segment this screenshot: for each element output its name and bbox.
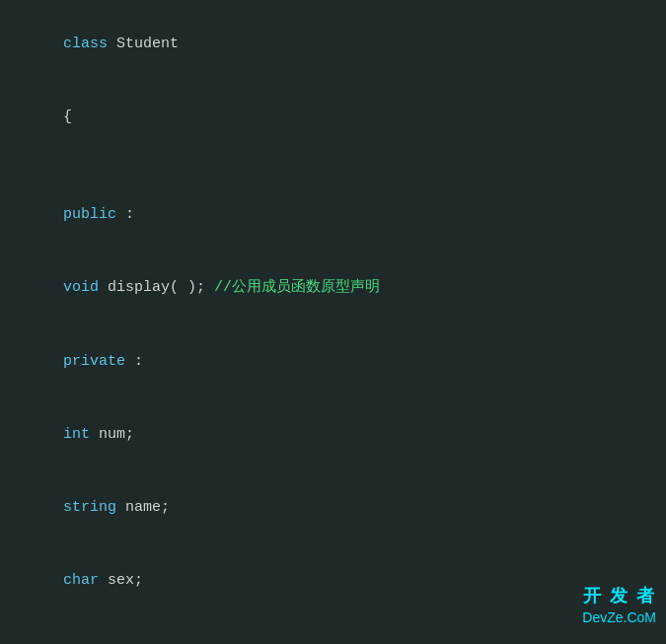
keyword: string	[63, 499, 116, 516]
keyword: char	[63, 572, 99, 589]
code-line: private :	[10, 325, 656, 398]
keyword: class	[63, 36, 108, 52]
code-line: void display( ); //公用成员函数原型声明	[10, 252, 656, 325]
code-text: name;	[116, 499, 170, 516]
keyword: int	[63, 426, 90, 443]
code-line: //以上3行是私有数据成员	[10, 618, 656, 644]
watermark: 开 发 者 DevZe.CoM	[582, 585, 656, 626]
code-content: class Student { public : void display( )…	[10, 8, 656, 644]
code-text: sex;	[99, 572, 143, 589]
code-line: public :	[10, 179, 656, 251]
watermark-chinese: 开 发 者	[582, 585, 656, 608]
keyword: private	[63, 353, 125, 370]
code-line: {	[10, 81, 656, 154]
code-line: class Student	[10, 8, 656, 81]
code-text: display( );	[99, 279, 214, 296]
code-text: :	[125, 353, 143, 370]
keyword: void	[63, 279, 99, 296]
code-text: Student	[108, 36, 179, 52]
code-line: char sex;	[10, 545, 656, 618]
code-line	[10, 155, 656, 179]
watermark-url: DevZe.CoM	[582, 608, 656, 626]
code-text: :	[116, 206, 134, 223]
comment: //公用成员函数原型声明	[214, 279, 380, 296]
code-line: int num;	[10, 398, 656, 471]
code-line: string name;	[10, 471, 656, 544]
code-editor: class Student { public : void display( )…	[0, 0, 666, 644]
keyword: public	[63, 206, 116, 223]
code-text: num;	[90, 426, 134, 443]
code-text: {	[63, 108, 72, 125]
